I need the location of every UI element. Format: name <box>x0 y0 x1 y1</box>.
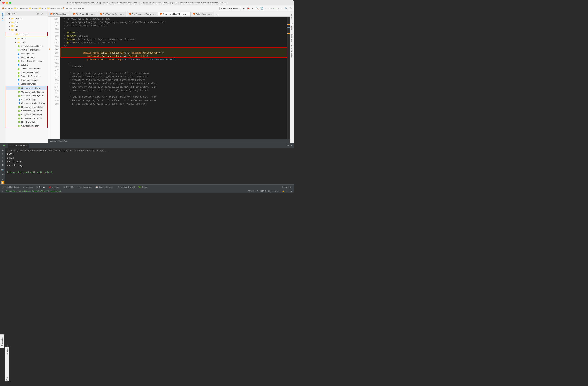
tree-item-text[interactable]: ▶ 📁 text <box>5 20 48 24</box>
maven-tab[interactable]: Maven <box>291 12 294 21</box>
status-icon: ✓ <box>2 190 3 192</box>
tab-concurrenthashmap[interactable]: C ConcurrentHashMap.java × <box>158 12 190 16</box>
build-button[interactable]: 🔨 <box>255 6 259 10</box>
config-icon[interactable]: ⚙ <box>289 6 293 10</box>
run-stop-btn[interactable]: ⏹ <box>1 163 4 166</box>
tree-item-countedcompleter[interactable]: ▶ C CountedCompleter <box>6 124 47 128</box>
breadcrumb-java[interactable]: 📁 java <box>28 7 36 10</box>
tab-testtraditionsyn[interactable]: C TestTraditionSyn.java × <box>98 12 126 16</box>
status-gear-icon[interactable]: ⚙ <box>291 190 292 192</box>
code-content[interactable]: * <p>This class is a member of the * <a … <box>60 17 287 139</box>
run-up-btn[interactable]: ↑ <box>1 152 4 155</box>
scope-btn[interactable]: ⊙ <box>36 12 39 15</box>
tree-item-copyonwritearrayset[interactable]: ▶ C CopyOnWriteArraySet <box>6 116 47 120</box>
messages-btn-0[interactable]: ✉ 0: Messages <box>77 185 93 188</box>
maximize-button[interactable] <box>9 1 11 4</box>
tree-item-completionservice[interactable]: ▶ I CompletionService <box>5 78 48 82</box>
run-collapse-icon[interactable]: − <box>291 144 293 147</box>
breadcrumb-classname[interactable]: C ConcurrentHashMap <box>63 7 84 9</box>
run-tab-close-icon[interactable]: × <box>26 144 27 147</box>
tree-item-concurrentskiplistmap[interactable]: ▶ C ConcurrentSkipListMap <box>6 105 47 109</box>
breadcrumb-javabase[interactable]: 📁 java.base <box>14 7 26 10</box>
run-button[interactable]: ▶ <box>242 6 246 10</box>
tree-item-brokenbarrier[interactable]: ▶ C BrokenBarrierException <box>5 59 48 63</box>
run-down-btn[interactable]: ↓ <box>1 156 4 159</box>
spring-btn[interactable]: 🌿 Spring <box>137 185 149 188</box>
tree-item-abstractexecutor[interactable]: ▶ C AbstractExecutorService <box>5 44 48 48</box>
java-enterprise-btn[interactable]: ☕ Java Enterprise <box>94 185 114 188</box>
project-tab[interactable]: 1: Project <box>1 12 4 22</box>
todo-btn-6[interactable]: ☑ 6: TODO <box>62 185 76 188</box>
event-log-btn[interactable]: Event Log <box>281 185 293 188</box>
tree-item-util[interactable]: ▼ 📁 util <box>5 28 48 32</box>
run-close2-btn[interactable]: ↙ <box>1 177 4 181</box>
tree-item-completionexception[interactable]: ▶ C CompletionException <box>5 74 48 78</box>
minimize-button[interactable] <box>6 1 8 4</box>
debug-button[interactable]: 🐞 <box>246 6 250 10</box>
run-dashboard-btn[interactable]: ▶ Run Dashboard <box>1 185 21 188</box>
run-pause-btn[interactable]: ⏸ <box>1 160 4 163</box>
run-external-btn[interactable]: ⏫ <box>1 181 4 184</box>
tree-item-concurrentskiplistset[interactable]: ▶ C ConcurrentSkipListSet <box>6 109 47 113</box>
tree-item-completablefuture[interactable]: ▶ C CompletableFuture <box>5 70 48 74</box>
undo-icon[interactable]: ↩ <box>280 6 283 10</box>
tree-item-concurrentnavigablemap[interactable]: ▶ I ConcurrentNavigableMap <box>6 101 47 105</box>
version-control-btn[interactable]: ↑ 9: Version Control <box>115 185 136 188</box>
tree-item-concurrentlinkeddeque[interactable]: ▶ C ConcurrentLinkedDeque <box>6 90 47 94</box>
tab-testconcurrentsyn[interactable]: C TestConcurrentSyn.java × <box>127 12 158 16</box>
settings-btn[interactable]: ⚙ <box>40 12 43 15</box>
tab-testrunnable[interactable]: C TestRunnable.java × <box>71 12 97 16</box>
run-tab[interactable]: TestTraditionSyn × <box>8 144 29 148</box>
close-button[interactable] <box>2 1 4 4</box>
terminal-btn[interactable]: ⊡ Terminal <box>22 185 34 188</box>
tree-item-arrayblocking[interactable]: ▶ C ArrayBlockingQueue <box>5 48 48 52</box>
code-line-276: * initial insertion rates on an empty ta… <box>60 89 287 92</box>
breadcrumb-util[interactable]: 📁 util <box>38 7 44 10</box>
stop-button[interactable]: ⏹ <box>251 6 255 10</box>
run-btn-4[interactable]: ▶ 4: Run <box>35 185 46 188</box>
run-settings-icon[interactable]: ⚙ <box>287 144 290 147</box>
tree-item-time[interactable]: ▶ 📁 time <box>5 24 48 28</box>
tab-close-icon[interactable]: × <box>94 13 95 15</box>
tree-item-completionstage[interactable]: ▶ I CompletionStage <box>5 82 48 86</box>
status-bar: ✓ Compilation completed successfully in … <box>0 189 294 193</box>
ant-build-tab[interactable]: Ant Build <box>291 21 294 32</box>
tab-close-icon[interactable]: × <box>123 13 124 15</box>
run-play-btn[interactable]: ▶ <box>1 149 4 152</box>
tree-item-copyonwritearraylist[interactable]: ▶ C CopyOnWriteArrayList <box>6 113 47 116</box>
undo-button[interactable]: ↩ <box>264 6 268 10</box>
tab-close-icon[interactable]: × <box>68 13 69 15</box>
right-minimap[interactable] <box>287 17 290 139</box>
tree-item-concurrenthashmap[interactable]: ▶ C ConcurrentHashMap <box>6 86 47 90</box>
tree-item-cancellation[interactable]: ▶ C CancellationException <box>5 67 48 70</box>
tree-item-blockingdeque[interactable]: ▶ I BlockingDeque <box>5 52 48 55</box>
breadcrumb-concurrent[interactable]: 📁 concurrent <box>47 7 60 10</box>
tree-item-concurrentlinkedqueue[interactable]: ▶ C ConcurrentLinkedQueue <box>6 94 47 97</box>
tree-item-concurrentmap[interactable]: ▶ I ConcurrentMap <box>6 97 47 101</box>
code-line-279: * key-value mapping is held in a Node. M… <box>60 99 287 102</box>
code-editor[interactable]: ▶ 255 256 257 258 259 260 261 262 263 26… <box>48 17 290 139</box>
tab-mythread[interactable]: C MyThread.java × <box>48 12 71 16</box>
database-tab[interactable]: Database <box>291 32 294 43</box>
add-config-button[interactable]: Add Configuration... <box>219 7 241 10</box>
reload-button[interactable]: 🔄 <box>260 6 264 10</box>
bean-validation-tab[interactable]: Bean Validation <box>291 44 294 60</box>
run-print-btn[interactable]: 🖨 <box>1 172 4 175</box>
tree-item-locks[interactable]: ▶ 📁 locks <box>5 40 48 44</box>
tree-item-security[interactable]: ▶ 📁 security <box>5 17 48 20</box>
tab-overflow[interactable]: ≡ 2 <box>215 14 220 16</box>
tree-item-atomic[interactable]: ▶ 📁 atomic <box>5 37 48 40</box>
breadcrumb-item[interactable]: 📦 src.zip <box>1 7 11 10</box>
tree-item-blockingqueue[interactable]: ▶ I BlockingQueue <box>5 55 48 59</box>
tree-item-concurrent[interactable]: ▼ 📁 concurrent <box>6 32 47 36</box>
debug-btn-5[interactable]: 🐞 5: Debug <box>47 185 61 188</box>
search-icon[interactable]: 🔍 <box>284 6 288 10</box>
tree-item-callable[interactable]: ▶ I Callable <box>5 63 48 67</box>
tab-close-icon[interactable]: × <box>211 13 212 15</box>
collapse-btn[interactable]: − <box>44 12 46 15</box>
tab-close-icon[interactable]: × <box>187 13 189 15</box>
tab-close-icon[interactable]: × <box>155 13 156 15</box>
tree-item-countdownlatch[interactable]: ▶ C CountDownLatch <box>6 120 47 124</box>
run-scroll-btn[interactable]: 📷 <box>1 168 4 172</box>
tab-collections[interactable]: C Collections.java × <box>191 12 214 16</box>
